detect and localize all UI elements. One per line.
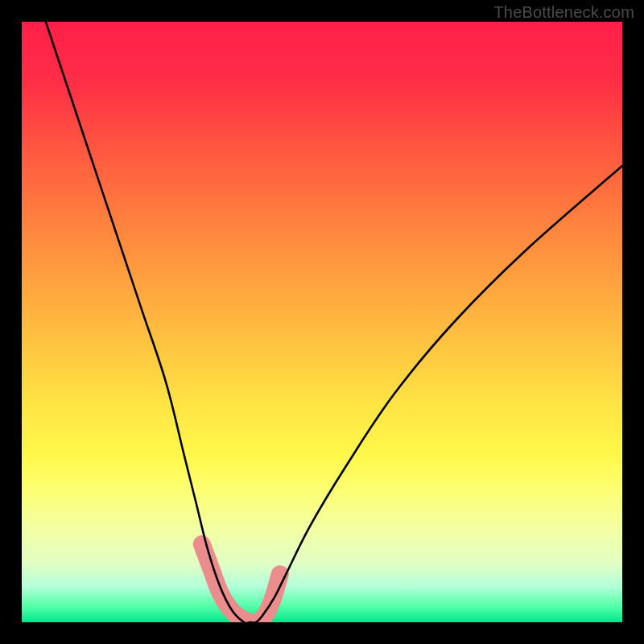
curve-layer [22,22,622,622]
highlight-band [202,544,280,622]
chart-frame: TheBottleneck.com [0,0,644,644]
bottleneck-curve [46,22,622,622]
watermark-text: TheBottleneck.com [493,3,634,22]
plot-area [22,22,622,622]
